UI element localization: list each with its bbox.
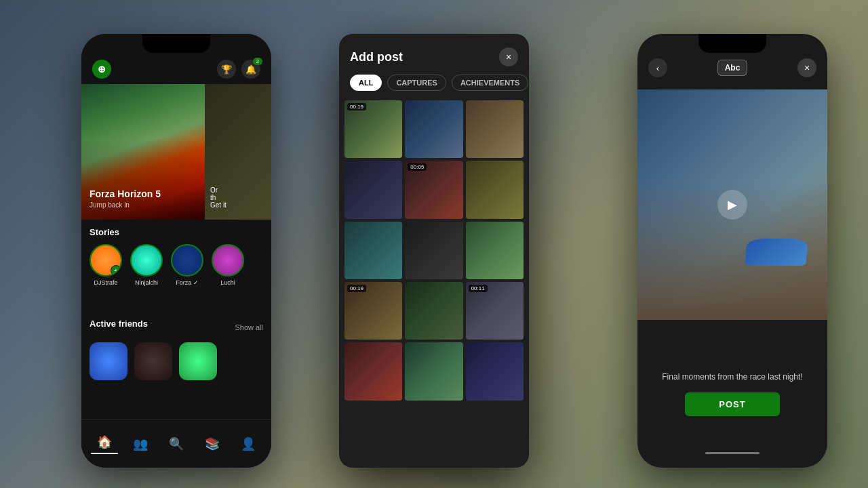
story-avatar-djstrafe: + [90,244,122,277]
capture-thumb-7[interactable] [344,222,402,279]
capture-timer-5: 00:05 [408,163,427,171]
back-button[interactable]: ‹ [648,58,667,77]
friends-row [90,342,263,380]
video-preview-area: ▶ [637,89,827,320]
filter-achievements-tab[interactable]: ACHIEVEMENTS [452,75,528,91]
left-notch [142,34,210,53]
friend-avatar-1[interactable] [90,342,127,380]
story-item-forza[interactable]: Forza ✓ [171,244,203,286]
profile-nav-icon: 👤 [240,436,256,452]
nav-item-search[interactable]: 🔍 [159,436,195,452]
nav-item-profile[interactable]: 👤 [230,436,266,452]
stories-section: Stories + DJStrafe Ninjalchi Forza ✓ [81,227,271,286]
post-section: Final moments from the race last night! … [637,361,827,427]
story-item-djstrafe[interactable]: + DJStrafe [90,244,122,286]
story-name-ninjalchi: Ninjalchi [135,279,158,286]
hero-text: Forza Horizon 5 Jump back in [90,188,161,209]
capture-thumb-4[interactable] [344,161,402,218]
bottom-nav: 🏠 👥 🔍 📚 👤 [81,419,271,468]
right-phone: ‹ Abc × ▶ Final moments from the race la… [637,34,827,468]
hero-title: Forza Horizon 5 [90,188,161,200]
capture-thumb-10[interactable]: 00:19 [344,282,402,340]
story-item-luchi[interactable]: Luchi [212,244,244,286]
friends-header: Active friends Show all [90,319,263,336]
search-nav-icon: 🔍 [168,436,184,452]
capture-timer-12: 00:11 [469,285,488,292]
add-post-modal: Add post × ALL CAPTURES ACHIEVEMENTS 00:… [339,34,529,468]
nav-item-library[interactable]: 📚 [194,436,230,452]
filter-captures-tab[interactable]: CAPTURES [387,75,446,91]
post-button[interactable]: POST [685,392,780,416]
story-item-ninjalchi[interactable]: Ninjalchi [130,244,163,286]
header-icons: 🏆 🔔 2 [217,60,260,79]
story-name-djstrafe: DJStrafe [94,279,117,286]
hero-card-secondary[interactable]: Or th Get it [205,84,271,220]
filter-tabs: ALL CAPTURES ACHIEVEMENTS [339,75,529,100]
modal-title: Add post [350,50,403,64]
social-nav-icon: 👥 [132,436,149,452]
nav-item-home[interactable]: 🏠 [87,434,123,454]
post-caption: Final moments from the race last night! [648,372,816,382]
capture-timer-1: 00:19 [347,103,366,110]
capture-thumb-6[interactable] [466,161,524,218]
capture-thumb-9[interactable] [466,222,524,279]
story-avatar-luchi [212,244,244,277]
filter-all-tab[interactable]: ALL [350,75,382,91]
capture-thumb-14[interactable] [405,342,462,400]
captures-grid: 00:19 00:05 00:19 00:11 [339,100,529,401]
hero-subtitle: Jump back in [90,201,161,209]
capture-thumb-5[interactable]: 00:05 [405,161,462,218]
stories-row: + DJStrafe Ninjalchi Forza ✓ Luchi [90,244,263,286]
capture-thumb-1[interactable]: 00:19 [344,100,402,158]
bottom-indicator [705,452,760,454]
nav-item-social[interactable]: 👥 [123,436,159,452]
capture-thumb-2[interactable] [405,100,462,158]
capture-timer-10: 00:19 [347,285,366,292]
right-notch [698,34,766,53]
friends-section: Active friends Show all [81,319,271,380]
show-all-link[interactable]: Show all [235,323,263,331]
achievements-icon[interactable]: 🏆 [217,60,236,79]
nav-active-indicator [91,453,118,454]
notifications-icon[interactable]: 🔔 2 [241,60,260,79]
forza-hero-card[interactable]: Forza Horizon 5 Jump back in [81,84,205,220]
story-name-luchi: Luchi [220,279,235,286]
capture-thumb-13[interactable] [344,342,402,400]
capture-thumb-15[interactable] [466,342,524,400]
home-nav-icon: 🏠 [96,434,113,450]
friends-title: Active friends [90,319,148,329]
friend-avatar-2[interactable] [134,342,172,380]
capture-thumb-12[interactable]: 00:11 [466,282,524,340]
notification-badge: 2 [253,58,262,65]
story-name-forza: Forza ✓ [176,279,199,286]
library-nav-icon: 📚 [204,436,220,452]
hero-area: Forza Horizon 5 Jump back in Or th Get i… [81,84,271,220]
left-phone: ⊕ 🏆 🔔 2 Forza Horizon 5 Jump back in [81,34,271,468]
story-avatar-forza [171,244,203,277]
friend-avatar-3[interactable] [179,342,217,380]
play-button[interactable]: ▶ [717,190,747,220]
xbox-logo-icon: ⊕ [92,60,111,79]
story-add-icon: + [111,265,121,276]
story-avatar-ninjalchi [130,244,163,277]
modal-header: Add post × [339,34,529,75]
capture-thumb-8[interactable] [405,222,462,279]
car-shape [745,239,808,266]
modal-close-button[interactable]: × [499,47,518,66]
text-tool-button[interactable]: Abc [717,60,748,76]
right-close-button[interactable]: × [797,58,816,77]
capture-thumb-3[interactable] [466,100,524,158]
stories-title: Stories [90,227,263,237]
hero-card-secondary-text: Or th Get it [210,186,226,209]
capture-thumb-11[interactable] [405,282,462,340]
